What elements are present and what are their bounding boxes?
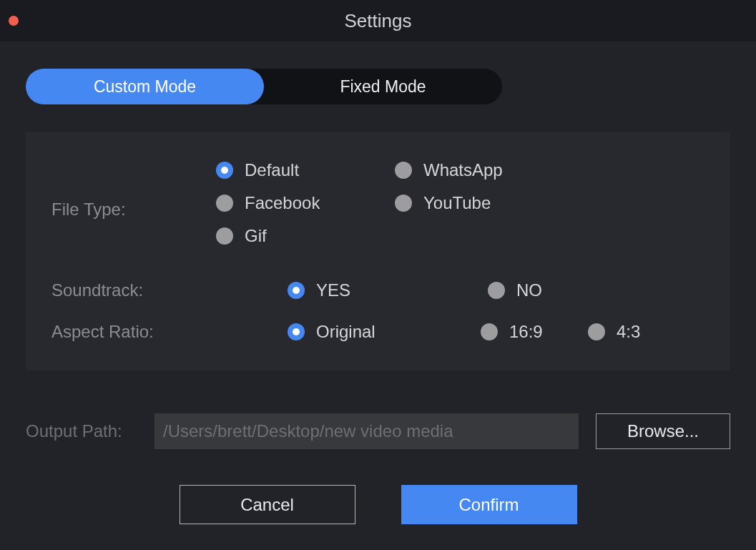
mode-tabs: Custom Mode Fixed Mode xyxy=(26,69,730,104)
radio-icon xyxy=(288,282,305,299)
radio-icon xyxy=(288,323,305,340)
radio-label: YES xyxy=(316,280,350,300)
browse-button-label: Browse... xyxy=(627,421,699,441)
output-path-input[interactable] xyxy=(154,413,579,449)
confirm-button[interactable]: Confirm xyxy=(401,485,577,524)
output-path-row: Output Path: Browse... xyxy=(26,413,730,449)
file-type-row: File Type: Default WhatsApp Facebook You… xyxy=(51,160,705,259)
radio-icon xyxy=(216,195,233,212)
radio-label: Original xyxy=(316,322,375,342)
titlebar: Settings xyxy=(0,0,756,41)
dialog-actions: Cancel Confirm xyxy=(26,485,730,524)
soundtrack-group: YES NO xyxy=(288,280,705,300)
browse-button[interactable]: Browse... xyxy=(596,413,730,449)
tab-custom-mode[interactable]: Custom Mode xyxy=(26,69,264,104)
soundtrack-row: Soundtrack: YES NO xyxy=(51,280,705,300)
radio-aspect-original[interactable]: Original xyxy=(288,322,481,342)
radio-file-type-gif[interactable]: Gif xyxy=(216,226,395,246)
aspect-ratio-row: Aspect Ratio: Original 16:9 4:3 xyxy=(51,322,705,342)
radio-label: Default xyxy=(245,160,299,180)
radio-icon xyxy=(488,282,505,299)
aspect-ratio-label: Aspect Ratio: xyxy=(51,322,216,342)
radio-aspect-4-3[interactable]: 4:3 xyxy=(588,322,674,342)
aspect-ratio-group: Original 16:9 4:3 xyxy=(288,322,705,342)
file-type-group: Default WhatsApp Facebook YouTube Gif xyxy=(216,160,705,259)
radio-icon xyxy=(588,323,605,340)
radio-label: Facebook xyxy=(245,193,320,213)
radio-soundtrack-no[interactable]: NO xyxy=(488,280,688,300)
radio-icon xyxy=(216,162,233,179)
radio-file-type-whatsapp[interactable]: WhatsApp xyxy=(395,160,574,180)
radio-icon xyxy=(395,162,412,179)
tab-label: Fixed Mode xyxy=(340,77,426,97)
radio-label: Gif xyxy=(245,226,267,246)
radio-soundtrack-yes[interactable]: YES xyxy=(288,280,488,300)
radio-label: NO xyxy=(516,280,542,300)
file-type-label: File Type: xyxy=(51,200,216,220)
radio-file-type-youtube[interactable]: YouTube xyxy=(395,193,574,213)
radio-file-type-default[interactable]: Default xyxy=(216,160,395,180)
radio-label: WhatsApp xyxy=(423,160,503,180)
radio-aspect-16-9[interactable]: 16:9 xyxy=(481,322,588,342)
radio-icon xyxy=(395,195,412,212)
radio-icon xyxy=(481,323,498,340)
tab-fixed-mode[interactable]: Fixed Mode xyxy=(264,69,502,104)
settings-panel: File Type: Default WhatsApp Facebook You… xyxy=(26,132,730,370)
radio-label: 16:9 xyxy=(509,322,543,342)
cancel-button[interactable]: Cancel xyxy=(180,485,355,524)
window-close-icon[interactable] xyxy=(9,16,19,26)
cancel-button-label: Cancel xyxy=(240,495,294,515)
soundtrack-label: Soundtrack: xyxy=(51,280,216,300)
confirm-button-label: Confirm xyxy=(458,495,519,515)
radio-label: YouTube xyxy=(423,193,491,213)
radio-file-type-facebook[interactable]: Facebook xyxy=(216,193,395,213)
radio-icon xyxy=(216,227,233,245)
window-title: Settings xyxy=(0,10,756,32)
radio-label: 4:3 xyxy=(617,322,640,342)
output-path-label: Output Path: xyxy=(26,421,154,441)
tab-label: Custom Mode xyxy=(94,77,196,97)
